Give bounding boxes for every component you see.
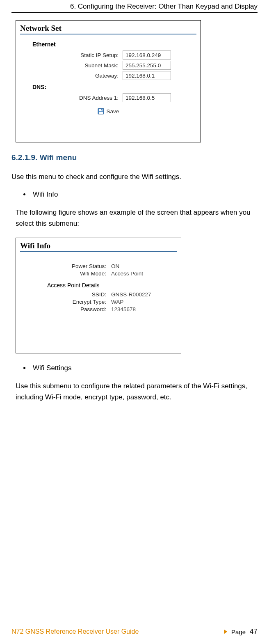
label-subnet: Subnet Mask: bbox=[20, 62, 123, 69]
section-title: Wifi menu bbox=[40, 153, 77, 162]
save-label: Save bbox=[107, 108, 119, 115]
panel-title-network-set: Network Set bbox=[20, 23, 196, 34]
label-dns1: DNS Address 1: bbox=[20, 95, 123, 101]
section-intro: Use this menu to check and configure the… bbox=[11, 171, 258, 182]
row-dns1: DNS Address 1: bbox=[20, 93, 196, 102]
input-dns1[interactable] bbox=[123, 93, 171, 102]
label-password: Password: bbox=[20, 306, 110, 312]
bullet-wifi-settings: Wifi Settings bbox=[30, 364, 258, 372]
row-static-ip: Static IP Setup: bbox=[20, 50, 196, 60]
para-wifi-settings: Use this submenu to configure the relate… bbox=[16, 380, 253, 403]
svg-rect-3 bbox=[101, 109, 102, 110]
label-static-ip: Static IP Setup: bbox=[20, 52, 123, 58]
save-icon bbox=[98, 108, 104, 115]
row-power-status: Power Status: ON bbox=[20, 263, 177, 269]
figure-wifi-info: Wifi Info Power Status: ON Wifi Mode: Ac… bbox=[16, 238, 181, 353]
row-gateway: Gateway: bbox=[20, 71, 196, 80]
page-footer: N72 GNSS Reference Receiver User Guide P… bbox=[11, 628, 258, 636]
figure-network-set: Network Set Ethernet Static IP Setup: Su… bbox=[16, 20, 201, 142]
group-ethernet: Ethernet bbox=[20, 39, 196, 49]
panel-title-wifi-info: Wifi Info bbox=[20, 241, 177, 252]
input-subnet[interactable] bbox=[123, 61, 171, 70]
value-ssid: GNSS-R000227 bbox=[110, 291, 151, 298]
bullet-list-2: Wifi Settings bbox=[30, 364, 258, 372]
label-wifi-mode: Wifi Mode: bbox=[20, 270, 110, 277]
bullet-wifi-info: Wifi Info bbox=[30, 190, 258, 199]
label-gateway: Gateway: bbox=[20, 73, 123, 79]
value-wifi-mode: Access Point bbox=[110, 270, 143, 277]
bullet-list-1: Wifi Info bbox=[30, 190, 258, 199]
group-ap-details: Access Point Details bbox=[20, 278, 177, 290]
row-encrypt: Encrypt Type: WAP bbox=[20, 299, 177, 305]
svg-rect-1 bbox=[99, 112, 103, 114]
section-heading: 6.2.1.9. Wifi menu bbox=[11, 153, 258, 162]
save-button[interactable]: Save bbox=[20, 108, 196, 115]
row-password: Password: 12345678 bbox=[20, 306, 177, 312]
label-ssid: SSID: bbox=[20, 291, 110, 298]
label-power-status: Power Status: bbox=[20, 263, 110, 269]
value-encrypt: WAP bbox=[110, 299, 123, 305]
row-ssid: SSID: GNSS-R000227 bbox=[20, 291, 177, 298]
label-encrypt: Encrypt Type: bbox=[20, 299, 110, 305]
arrow-right-icon bbox=[224, 630, 227, 634]
footer-page-number: 47 bbox=[250, 628, 258, 636]
input-gateway[interactable] bbox=[123, 71, 171, 80]
value-power-status: ON bbox=[110, 263, 119, 269]
section-number: 6.2.1.9. bbox=[11, 153, 37, 162]
footer-page: Page 47 bbox=[224, 628, 258, 636]
row-wifi-mode: Wifi Mode: Access Point bbox=[20, 270, 177, 277]
row-subnet: Subnet Mask: bbox=[20, 61, 196, 70]
page-header: 6. Configuring the Receiver: Other Than … bbox=[11, 0, 258, 13]
input-static-ip[interactable] bbox=[123, 50, 171, 60]
group-dns: DNS: bbox=[20, 81, 196, 92]
footer-page-label: Page bbox=[231, 628, 246, 635]
value-password: 12345678 bbox=[110, 306, 136, 312]
footer-guide-title: N72 GNSS Reference Receiver User Guide bbox=[11, 628, 139, 635]
para-wifi-info: The following figure shows an example of… bbox=[16, 207, 253, 229]
chapter-title: 6. Configuring the Receiver: Other Than … bbox=[70, 2, 258, 10]
